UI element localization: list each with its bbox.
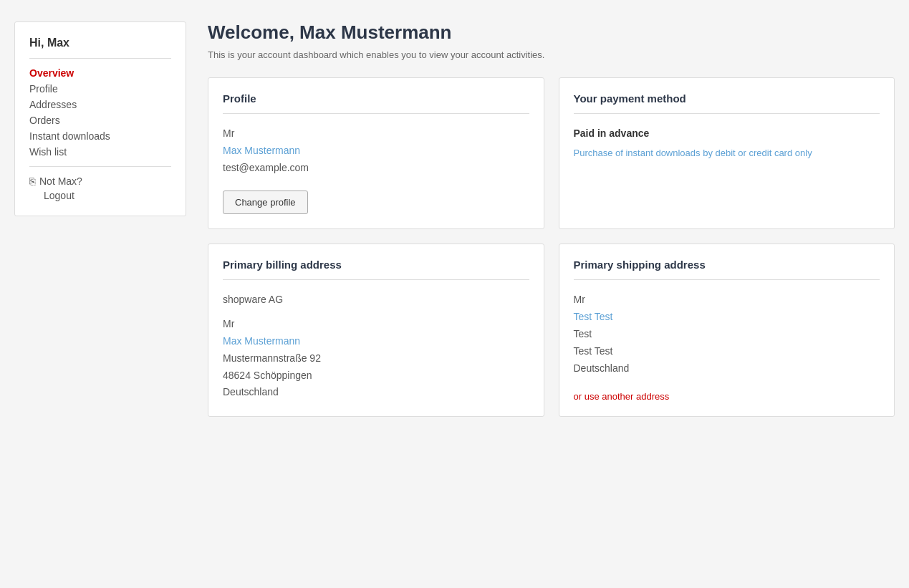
logout-icon: ⎘: [29, 175, 35, 187]
sidebar-logout-section: ⎘ Not Max? Logout: [29, 175, 171, 201]
sidebar-link-wish-list[interactable]: Wish list: [29, 146, 67, 158]
sidebar-item-overview[interactable]: Overview: [29, 67, 171, 79]
page-subtitle: This is your account dashboard which ena…: [208, 49, 895, 60]
billing-card: Primary billing address shopware AG Mr M…: [208, 244, 544, 417]
shipping-name: Test Test: [574, 309, 880, 326]
payment-card-body: Paid in advance Purchase of instant down…: [574, 125, 880, 161]
sidebar-link-overview[interactable]: Overview: [29, 67, 74, 79]
profile-name: Max Mustermann: [223, 143, 529, 160]
billing-country: Deutschland: [223, 384, 529, 401]
shipping-card-body: Mr Test Test Test Test Test Deutschland: [574, 291, 880, 377]
sidebar-item-addresses[interactable]: Addresses: [29, 99, 171, 110]
logout-link[interactable]: Logout: [29, 190, 171, 201]
page-title: Welcome, Max Mustermann: [208, 21, 895, 44]
billing-name: Max Mustermann: [223, 333, 529, 350]
sidebar-nav: Overview Profile Addresses Orders Instan…: [29, 67, 171, 158]
shipping-card: Primary shipping address Mr Test Test Te…: [559, 244, 895, 417]
change-profile-button[interactable]: Change profile: [223, 191, 308, 214]
sidebar-item-wish-list[interactable]: Wish list: [29, 146, 171, 158]
payment-note: Purchase of instant downloads by debit o…: [574, 145, 880, 161]
profile-card: Profile Mr Max Mustermann test@example.c…: [208, 77, 544, 229]
profile-card-body: Mr Max Mustermann test@example.com: [223, 125, 529, 176]
payment-method: Paid in advance: [574, 125, 880, 143]
payment-card: Your payment method Paid in advance Purc…: [559, 77, 895, 229]
billing-salutation: Mr: [223, 316, 529, 333]
billing-street: Mustermannstraße 92: [223, 350, 529, 367]
shipping-salutation: Mr: [574, 291, 880, 309]
payment-card-title: Your payment method: [574, 92, 880, 114]
profile-email: test@example.com: [223, 160, 529, 177]
profile-card-title: Profile: [223, 92, 529, 114]
sidebar: Hi, Max Overview Profile Addresses Order…: [14, 21, 186, 216]
sidebar-greeting: Hi, Max: [29, 37, 171, 59]
sidebar-link-addresses[interactable]: Addresses: [29, 99, 77, 110]
sidebar-item-profile[interactable]: Profile: [29, 83, 171, 95]
shipping-region: Test Test: [574, 343, 880, 360]
billing-city: 48624 Schöppingen: [223, 367, 529, 385]
shipping-country: Deutschland: [574, 360, 880, 377]
dashboard-grid: Profile Mr Max Mustermann test@example.c…: [208, 77, 895, 417]
use-another-address-link[interactable]: or use another address: [574, 391, 670, 402]
sidebar-item-orders[interactable]: Orders: [29, 115, 171, 126]
not-max-label: Not Max?: [39, 175, 82, 187]
shipping-city: Test: [574, 326, 880, 343]
sidebar-link-instant-downloads[interactable]: Instant downloads: [29, 130, 110, 142]
main-content: Welcome, Max Mustermann This is your acc…: [208, 21, 895, 417]
page-wrapper: Hi, Max Overview Profile Addresses Order…: [0, 0, 909, 438]
billing-company: shopware AG: [223, 291, 529, 309]
sidebar-link-orders[interactable]: Orders: [29, 115, 60, 126]
profile-salutation: Mr: [223, 125, 529, 143]
sidebar-item-instant-downloads[interactable]: Instant downloads: [29, 130, 171, 142]
sidebar-not-max: ⎘ Not Max?: [29, 175, 171, 187]
shipping-card-title: Primary shipping address: [574, 259, 880, 280]
sidebar-link-profile[interactable]: Profile: [29, 83, 58, 95]
billing-card-title: Primary billing address: [223, 259, 529, 280]
sidebar-divider: [29, 166, 171, 167]
billing-card-body: shopware AG Mr Max Mustermann Mustermann…: [223, 291, 529, 401]
